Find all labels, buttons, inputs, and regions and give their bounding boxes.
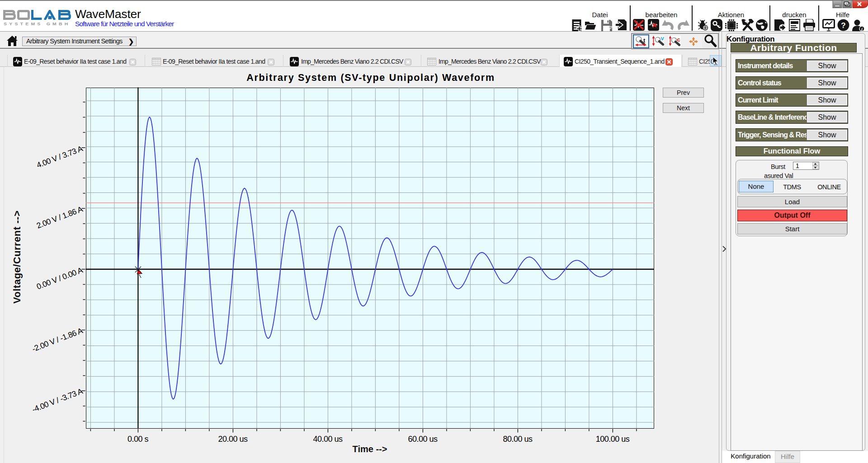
svg-text:c: c [677, 36, 680, 43]
svg-text:v: v [661, 35, 665, 42]
svg-text:t: t [643, 37, 646, 44]
svg-text:?: ? [841, 21, 845, 30]
